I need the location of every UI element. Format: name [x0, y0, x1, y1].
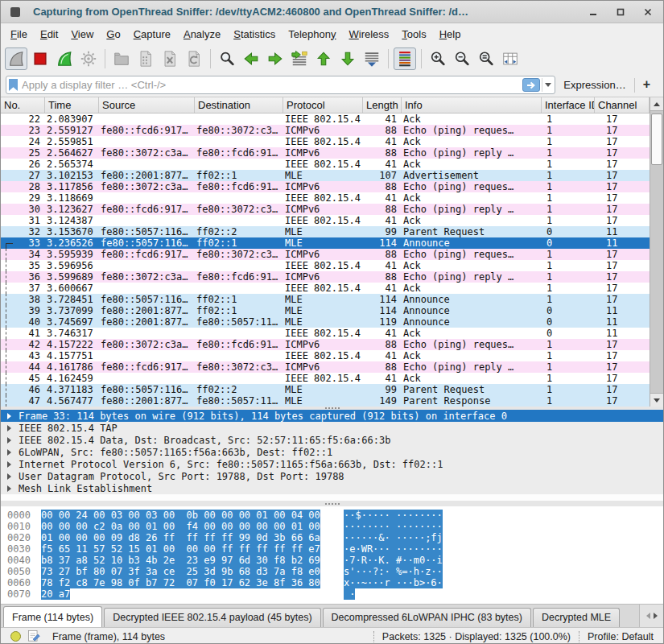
hex-bytes[interactable]: b8 37 a8 52 10 b3 4b 2e 23 e9 97 6d 30 f…	[41, 555, 324, 566]
menu-statistics[interactable]: Statistics	[227, 26, 282, 43]
menu-analyze[interactable]: Analyze	[177, 26, 227, 43]
packet-row-40[interactable]: 403.745697fe80::2001:877…fe80::5057:11…M…	[1, 316, 650, 328]
previous-packet-button[interactable]	[240, 47, 262, 70]
tab-scroll-right-icon[interactable]	[654, 613, 658, 619]
list-details-splitter[interactable]	[1, 407, 663, 410]
column-header-time[interactable]: Time	[45, 97, 99, 113]
column-header-no[interactable]: No.	[1, 97, 45, 113]
packet-row-29[interactable]: 293.118669IEEE 802.15.441Ack117	[1, 192, 650, 204]
packet-row-22[interactable]: 222.083907IEEE 802.15.441Ack117	[1, 114, 650, 125]
first-packet-button[interactable]	[312, 47, 335, 70]
detail-row-5[interactable]: User Datagram Protocol, Src Port: 19788,…	[1, 470, 663, 482]
filter-bookmark-icon[interactable]	[9, 79, 18, 91]
packet-row-47[interactable]: 474.567477fe80::2001:877…fe80::5057:11…M…	[1, 395, 650, 407]
minimize-button[interactable]	[588, 6, 599, 18]
menu-tools[interactable]: Tools	[395, 26, 432, 43]
hex-row-0010[interactable]: 001000 00 00 c2 0a 00 01 00 f4 00 00 00 …	[1, 521, 663, 532]
display-filter-input[interactable]	[22, 79, 519, 91]
hex-bytes[interactable]: 78 f2 c8 7e 98 0f b7 72 07 f0 17 62 3e 8…	[41, 577, 324, 588]
expression-button[interactable]: Expression…	[555, 79, 633, 91]
hex-ascii[interactable]: ·e·WR··· ········	[344, 543, 448, 555]
column-header-length[interactable]: Length	[363, 97, 402, 113]
packet-row-36[interactable]: 363.599689fe80::3072:c3a…fe80::fcd6:91…I…	[1, 271, 650, 283]
tab-frame-114-bytes[interactable]: Frame (114 bytes)	[3, 606, 102, 627]
hex-bytes[interactable]: f5 65 11 57 52 15 01 00 00 00 ff ff ff f…	[41, 543, 324, 555]
auto-scroll-button[interactable]	[361, 47, 383, 70]
column-header-info[interactable]: Info	[402, 97, 542, 113]
find-packet-button[interactable]	[216, 47, 238, 70]
packet-row-26[interactable]: 262.565374IEEE 802.15.441Ack117	[1, 159, 650, 170]
expand-arrow-icon[interactable]	[7, 425, 11, 431]
detail-row-0[interactable]: Frame 33: 114 bytes on wire (912 bits), …	[1, 410, 663, 422]
packet-row-24[interactable]: 242.559851IEEE 802.15.441Ack117	[1, 136, 650, 147]
zoom-reset-button[interactable]	[475, 47, 497, 70]
filter-apply-button[interactable]	[522, 78, 540, 92]
next-packet-button[interactable]	[264, 47, 287, 70]
menu-edit[interactable]: Edit	[34, 26, 64, 43]
packet-row-32[interactable]: 323.153670fe80::5057:116…ff02::2MLE99Par…	[1, 226, 650, 237]
packet-row-30[interactable]: 303.123627fe80::fcd6:917…fe80::3072:c3…I…	[1, 204, 650, 215]
expand-arrow-icon[interactable]	[7, 485, 11, 492]
hex-bytes[interactable]: 20 a7	[41, 588, 324, 600]
hex-ascii[interactable]: ········ ········	[344, 521, 448, 532]
menu-go[interactable]: Go	[100, 26, 126, 43]
detail-row-3[interactable]: 6LoWPAN, Src: fe80::5057:1165:f56a:663b,…	[1, 446, 663, 458]
packet-row-46[interactable]: 464.371183fe80::5057:116…ff02::2MLE99Par…	[1, 384, 650, 395]
packet-row-27[interactable]: 273.102153fe80::2001:877…ff02::1MLE107Ad…	[1, 170, 650, 181]
menu-file[interactable]: File	[4, 26, 34, 43]
restart-capture-button[interactable]	[53, 47, 76, 70]
packet-list-scrollbar[interactable]	[650, 97, 663, 407]
packet-row-31[interactable]: 313.124387IEEE 802.15.441Ack117	[1, 215, 650, 226]
column-header-source[interactable]: Source	[99, 97, 195, 113]
detail-row-2[interactable]: IEEE 802.15.4 Data, Dst: Broadcast, Src:…	[1, 434, 663, 446]
hex-bytes[interactable]: 01 00 00 00 09 d8 26 ff ff ff ff 99 0d 3…	[41, 532, 324, 543]
app-window-icon[interactable]	[10, 7, 20, 17]
tab-decrypted-mle[interactable]: Decrypted MLE	[533, 608, 620, 627]
last-packet-button[interactable]	[336, 47, 359, 70]
colorize-button[interactable]	[394, 47, 416, 70]
hex-bytes[interactable]: 00 00 00 c2 0a 00 01 00 f4 00 00 00 00 0…	[41, 521, 324, 532]
hex-row-0020[interactable]: 002001 00 00 00 09 d8 26 ff ff ff ff 99 …	[1, 532, 663, 543]
resize-columns-button[interactable]	[499, 47, 522, 70]
detail-row-1[interactable]: IEEE 802.15.4 TAP	[1, 422, 663, 434]
close-button[interactable]	[642, 6, 654, 18]
stop-capture-button[interactable]	[29, 47, 52, 70]
packet-row-38[interactable]: 383.728451fe80::5057:116…ff02::1MLE114An…	[1, 294, 650, 305]
expand-arrow-icon[interactable]	[7, 473, 11, 480]
hex-ascii[interactable]: x··~···r ···b>·6·	[344, 577, 448, 588]
filter-dropdown-caret[interactable]	[542, 78, 553, 92]
capture-comment-icon[interactable]	[27, 630, 41, 643]
hex-row-0070[interactable]: 007020 a7 ·	[1, 588, 663, 600]
detail-row-6[interactable]: Mesh Link Establishment	[1, 482, 663, 494]
packet-row-37[interactable]: 373.600667IEEE 802.15.441Ack117	[1, 283, 650, 294]
hex-ascii[interactable]: s'···?:· %=·h·z··	[344, 566, 448, 577]
go-to-packet-button[interactable]	[288, 47, 311, 70]
scrollbar-thumb[interactable]	[651, 114, 662, 165]
packet-row-23[interactable]: 232.559127fe80::fcd6:917…fe80::3072:c3…I…	[1, 125, 650, 136]
packet-row-42[interactable]: 424.157222fe80::3072:c3a…fe80::fcd6:91…I…	[1, 339, 650, 350]
packet-row-35[interactable]: 353.596956IEEE 802.15.441Ack117	[1, 260, 650, 271]
hex-row-0030[interactable]: 0030f5 65 11 57 52 15 01 00 00 00 ff ff …	[1, 543, 663, 555]
capture-options-button[interactable]	[5, 47, 27, 70]
expand-arrow-icon[interactable]	[7, 437, 11, 444]
column-header-protocol[interactable]: Protocol	[283, 97, 363, 113]
scroll-down-button[interactable]	[650, 393, 663, 407]
expand-arrow-icon[interactable]	[7, 461, 11, 468]
zoom-out-button[interactable]	[451, 47, 473, 70]
menu-capture[interactable]: Capture	[127, 26, 177, 43]
tab-scroll-left-icon[interactable]	[646, 613, 650, 619]
hex-row-0050[interactable]: 005073 27 bf 80 07 3f 3a ce 25 3d 9b 68 …	[1, 566, 663, 577]
menu-wireless[interactable]: Wireless	[343, 26, 396, 43]
status-profile-text[interactable]: Profile: Default	[588, 631, 657, 642]
expand-arrow-icon[interactable]	[7, 413, 11, 419]
hex-ascii[interactable]: ··$····· ········	[344, 510, 448, 521]
menu-view[interactable]: View	[64, 26, 100, 43]
hex-row-0040[interactable]: 0040b8 37 a8 52 10 b3 4b 2e 23 e9 97 6d …	[1, 555, 663, 566]
packet-row-41[interactable]: 413.746317IEEE 802.15.441Ack011	[1, 328, 650, 339]
hex-bytes[interactable]: 00 00 24 00 03 00 03 00 0b 00 00 00 01 0…	[41, 510, 324, 521]
hex-row-0060[interactable]: 006078 f2 c8 7e 98 0f b7 72 07 f0 17 62 …	[1, 577, 663, 588]
column-header-channel[interactable]: Channel	[595, 97, 650, 113]
scroll-up-button[interactable]	[650, 97, 663, 111]
menu-help[interactable]: Help	[433, 26, 468, 43]
hex-row-0000[interactable]: 000000 00 24 00 03 00 03 00 0b 00 00 00 …	[1, 510, 663, 521]
